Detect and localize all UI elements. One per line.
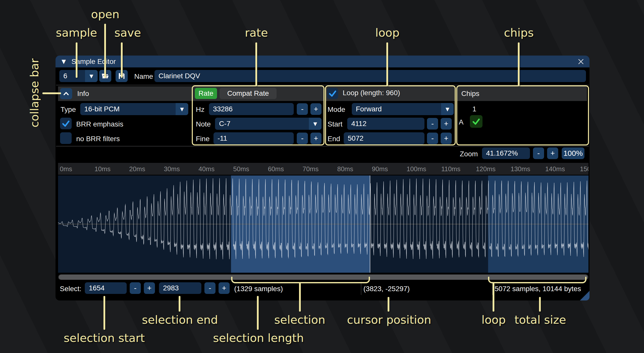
ruler-tick: 150ms [580, 165, 588, 173]
total-size-text: 5072 samples, 10144 bytes [495, 285, 581, 293]
selection-end-input[interactable]: 2983 [159, 282, 201, 294]
ruler-tick: 70ms [303, 165, 319, 173]
info-panel-header: Info [58, 86, 195, 101]
ruler-tick: 30ms [164, 165, 180, 173]
ruler-tick: 10ms [94, 165, 111, 173]
ruler-tick: 60ms [268, 165, 284, 173]
name-input[interactable]: Clarinet DQV [154, 70, 586, 82]
window-collapse-icon[interactable]: ▼ [62, 58, 66, 65]
zoom-reset-button[interactable]: 100% [562, 147, 584, 159]
ruler-tick: 120ms [476, 165, 496, 173]
brr-emphasis-label: BRR emphasis [76, 120, 123, 128]
selection-start-minus-button[interactable]: - [130, 282, 141, 294]
name-label: Name [134, 72, 153, 81]
time-ruler: 0ms10ms20ms30ms40ms50ms60ms70ms80ms90ms1… [58, 163, 588, 175]
annotation-loop-bottom: loop [481, 313, 506, 326]
waveform-display[interactable] [58, 175, 588, 273]
sample-select-dropdown[interactable]: 6 ▼ [59, 70, 98, 82]
ruler-tick: 140ms [545, 165, 565, 173]
annotation-selection: selection [274, 313, 325, 326]
chips-callout-box [456, 85, 589, 145]
callout-line-loop [386, 42, 388, 86]
ruler-tick: 50ms [233, 165, 249, 173]
no-brr-filters-label: no BRR filters [76, 135, 120, 143]
ruler-tick: 90ms [372, 165, 388, 173]
rate-callout-box [192, 85, 325, 145]
window-titlebar[interactable]: ▼ Sample Editor [56, 56, 589, 67]
chevron-down-icon[interactable]: ▼ [85, 70, 98, 82]
check-icon [62, 119, 70, 128]
separator [56, 146, 589, 146]
brr-emphasis-checkbox[interactable] [60, 118, 72, 129]
annotation-open: open [91, 8, 119, 21]
close-icon[interactable] [576, 57, 586, 67]
window-title: Sample Editor [71, 58, 116, 66]
callout-line-sample [76, 42, 77, 78]
annotation-selection-start: selection start [64, 331, 145, 345]
callout-line-save [121, 42, 123, 78]
ruler-tick: 80ms [337, 165, 353, 173]
annotation-loop: loop [375, 26, 399, 39]
ruler-tick: 100ms [407, 165, 426, 173]
selection-bracket [231, 277, 370, 283]
ruler-tick: 110ms [441, 165, 460, 173]
selection-length-text: (1329 samples) [234, 285, 283, 293]
ruler-tick: 0ms [60, 165, 72, 173]
ruler-tick: 130ms [511, 165, 530, 173]
callout-line-total-size [539, 297, 541, 312]
annotation-cursor-position: cursor position [347, 313, 431, 326]
selection-end-plus-button[interactable]: + [219, 282, 230, 294]
screenshot-stage: ▼ Sample Editor 6 ▼ Name Clarinet DQV [0, 0, 644, 353]
annotation-total-size: total size [515, 313, 566, 326]
no-brr-filters-checkbox[interactable] [60, 132, 72, 144]
info-header-label: Info [77, 90, 89, 98]
selection-end-minus-button[interactable]: - [204, 282, 216, 294]
chevron-down-icon[interactable]: ▼ [176, 103, 188, 115]
info-collapse-button[interactable] [60, 88, 72, 99]
zoom-input[interactable]: 41.1672% [482, 147, 530, 159]
ruler-tick: 20ms [129, 165, 145, 173]
callout-line-cursor-position [388, 297, 389, 312]
callout-line-open [104, 24, 106, 78]
ruler-tick: 40ms [199, 165, 215, 173]
annotation-chips: chips [504, 26, 534, 39]
loop-bracket [488, 277, 586, 283]
annotation-save: save [114, 26, 141, 39]
cursor-position-text: (3823, -25297) [363, 285, 410, 293]
selection-start-input[interactable]: 1654 [85, 282, 127, 294]
annotation-rate: rate [245, 26, 268, 39]
callout-line-chips [518, 42, 520, 86]
annotation-sample: sample [56, 26, 97, 39]
column-separator [361, 282, 361, 295]
callout-line-loop-bottom [493, 283, 494, 312]
sample-type-dropdown[interactable]: 16-bit PCM ▼ [80, 103, 188, 115]
selection-start-plus-button[interactable]: + [144, 282, 155, 294]
annotation-selection-end: selection end [142, 313, 218, 326]
annotation-selection-length: selection length [213, 331, 304, 345]
type-label: Type [61, 106, 76, 114]
callout-line-selection-end [179, 296, 180, 312]
callout-line-selection-start [103, 296, 105, 330]
window-resize-grip[interactable] [580, 291, 589, 300]
callout-line-selection [299, 283, 301, 312]
callout-line-collapse-bar [42, 92, 61, 94]
zoom-out-button[interactable]: - [533, 147, 544, 159]
callout-line-selection-length [257, 296, 259, 330]
loop-callout-box [325, 85, 456, 145]
callout-line-rate [255, 42, 257, 86]
zoom-label: Zoom [460, 150, 478, 158]
zoom-in-button[interactable]: + [547, 147, 558, 159]
chevron-up-icon [63, 90, 70, 97]
select-label: Select: [60, 285, 82, 293]
sample-number: 6 [63, 72, 67, 80]
annotation-collapse-bar: collapse bar [28, 58, 41, 128]
